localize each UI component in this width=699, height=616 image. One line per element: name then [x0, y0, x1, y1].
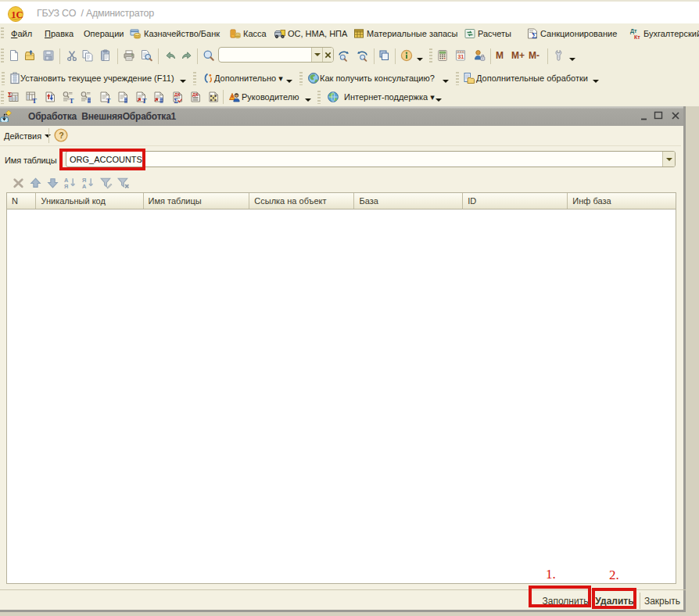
report-table-t-icon[interactable]: T — [25, 91, 38, 103]
manager-icon[interactable] — [228, 91, 241, 103]
print-icon[interactable] — [123, 49, 135, 62]
paste-clipboard-icon[interactable] — [99, 49, 112, 62]
column-header-2[interactable]: Уникальный код — [36, 193, 143, 209]
windows-pages-icon[interactable] — [378, 49, 390, 62]
menu-item-2[interactable]: Правка — [45, 27, 73, 40]
calculator-icon[interactable] — [436, 49, 449, 62]
doc-arrow-list-icon[interactable] — [152, 91, 165, 103]
menu-item-8[interactable]: Расчеты — [464, 27, 511, 40]
column-header-5[interactable]: База — [354, 193, 463, 209]
info-circle-icon[interactable] — [400, 49, 413, 62]
doc-refresh-arrows-icon[interactable] — [44, 91, 56, 103]
globe-help-icon[interactable] — [307, 72, 320, 84]
toolbar-grip[interactable] — [429, 48, 432, 64]
memory-m_plus-button[interactable]: M+ — [511, 50, 525, 61]
table-name-combobox[interactable] — [66, 151, 676, 167]
column-header-3[interactable]: Имя таблицы — [144, 193, 250, 209]
search-dropdown-button[interactable] — [311, 48, 322, 62]
memory-m_minus-button[interactable]: M- — [529, 50, 539, 61]
doc-dk-icon[interactable]: ДК — [189, 91, 202, 103]
menu-item-5[interactable]: Касса — [229, 27, 267, 40]
save-floppy-icon[interactable] — [42, 49, 55, 62]
maximize-icon[interactable] — [652, 109, 665, 122]
menu-item-1[interactable]: Файл — [11, 27, 32, 40]
extra-brackets-icon[interactable] — [203, 72, 215, 84]
search-clear-button[interactable] — [322, 48, 333, 62]
help-circle-icon[interactable]: ? — [54, 128, 68, 142]
menu-item-4[interactable]: Казначейство/Банк — [130, 27, 220, 40]
chevron-down-icon[interactable] — [286, 80, 292, 83]
doc-arrow-t-icon[interactable]: T — [134, 91, 147, 103]
globe-inet-icon[interactable] — [327, 91, 339, 103]
close-icon[interactable] — [669, 109, 682, 122]
extra-processing-icon[interactable] — [463, 72, 475, 84]
memory-m-button[interactable]: M — [496, 50, 504, 61]
find-magnifier-icon[interactable] — [203, 49, 215, 62]
filter-edit-icon[interactable] — [99, 176, 113, 189]
filter-clear-icon[interactable] — [116, 176, 130, 189]
find-next-icon[interactable] — [338, 49, 350, 62]
internet-support-button[interactable]: Интернет-поддержка ▾ — [344, 92, 435, 102]
chevron-down-icon[interactable] — [417, 58, 423, 61]
copy-pages-icon[interactable] — [81, 49, 94, 62]
chevron-down-icon[interactable] — [180, 80, 186, 83]
cut-scissors-icon[interactable] — [66, 49, 78, 62]
move-up-icon[interactable] — [29, 176, 42, 189]
column-header-7[interactable]: Инф база — [568, 193, 676, 209]
building-icon[interactable] — [9, 72, 21, 84]
search-combobox[interactable] — [218, 47, 334, 63]
toolbar-button-4[interactable]: Дополнительные обработки — [476, 73, 588, 83]
doc-dk-sum-icon[interactable]: ДКΣ — [171, 91, 184, 103]
toolbar-button-3[interactable]: Как получить консультацию? — [320, 73, 435, 83]
chevron-down-icon[interactable] — [305, 98, 311, 102]
manager-menu-button[interactable]: Руководителю — [242, 92, 299, 102]
doc-t-icon[interactable]: T — [99, 91, 111, 103]
menu-item-9[interactable]: ΣСанкционирование — [526, 27, 617, 40]
toolbar-grip[interactable] — [1, 27, 4, 40]
toolbar-grip[interactable] — [456, 72, 459, 85]
search-person-t-icon[interactable]: T — [62, 91, 74, 103]
doc-list-icon[interactable] — [116, 91, 129, 103]
menu-item-10[interactable]: ДтКтБухгалтерский уче — [629, 27, 699, 40]
menu-item-3[interactable]: Операции — [84, 27, 124, 40]
wrench-icon[interactable] — [554, 49, 566, 62]
chevron-down-icon[interactable] — [593, 80, 599, 83]
toolbar-grip[interactable] — [1, 48, 4, 64]
window-titlebar[interactable]: Обработка ВнешняяОбработка1 — [0, 106, 683, 126]
table-name-input[interactable] — [66, 152, 662, 167]
sort-za-icon[interactable]: ЯА — [81, 176, 95, 189]
actions-menu-button[interactable]: Действия — [4, 129, 51, 142]
delete-x-icon[interactable] — [12, 176, 25, 189]
toolbar-grip[interactable] — [1, 91, 4, 104]
chevron-down-icon[interactable] — [569, 58, 575, 61]
undo-arrow-icon[interactable] — [164, 49, 177, 62]
find-prev-icon[interactable] — [356, 49, 368, 62]
new-doc-icon[interactable] — [8, 49, 20, 62]
search-input[interactable] — [219, 48, 311, 62]
menu-item-7[interactable]: Материальные запасы — [353, 27, 458, 40]
user-lock-icon[interactable] — [473, 49, 486, 62]
sort-az-icon[interactable]: АЯ — [63, 176, 77, 189]
minimize-icon[interactable] — [638, 109, 651, 122]
report-sum-table-icon[interactable]: Σ — [7, 91, 20, 103]
move-down-icon[interactable] — [46, 176, 59, 189]
open-folder-icon[interactable] — [24, 49, 37, 62]
toolbar-grip[interactable] — [317, 91, 321, 104]
redo-arrow-icon[interactable] — [181, 49, 193, 62]
column-header-6[interactable]: ID — [463, 193, 568, 209]
chevron-down-icon[interactable] — [436, 98, 442, 102]
toolbar-grip[interactable] — [193, 72, 196, 85]
calendar-icon[interactable]: 31 — [454, 49, 467, 62]
data-table[interactable]: NУникальный кодИмя таблицыСсылка на объе… — [6, 192, 676, 584]
toolbar-button-2[interactable]: Дополнительно ▾ — [214, 73, 283, 84]
toolbar-grip[interactable] — [2, 72, 5, 85]
toolbar-button-1[interactable]: Установить текущее учреждение (F11) — [20, 73, 174, 83]
close-button[interactable]: Закрыть — [643, 593, 682, 610]
print-preview-icon[interactable] — [140, 49, 152, 62]
column-header-1[interactable]: N — [7, 193, 36, 209]
chevron-down-icon[interactable] — [443, 80, 449, 83]
toolbar-grip[interactable] — [299, 72, 303, 85]
column-header-4[interactable]: Ссылка на объект — [249, 193, 354, 209]
search-person-list-icon[interactable] — [80, 91, 92, 103]
menu-item-6[interactable]: ОС, НМА, НПА — [274, 27, 347, 40]
